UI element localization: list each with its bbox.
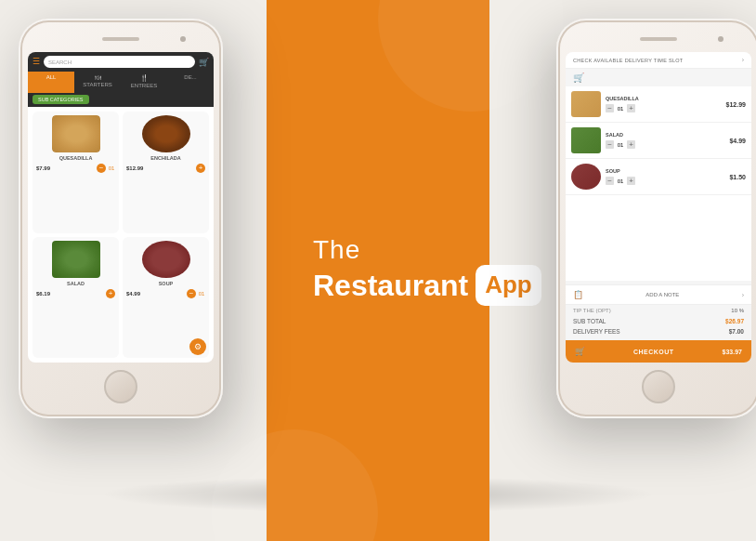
left-screen-header: ☰ SEARCH 🛒 <box>28 52 214 72</box>
quesadilla-qty: 01 <box>108 165 115 171</box>
cart-header: 🛒 <box>566 69 751 86</box>
enchilada-name: ENCHILADA <box>150 155 180 161</box>
title-restaurant: Restaurant <box>313 269 468 303</box>
soup-image <box>142 241 190 278</box>
subtotal-value: $26.97 <box>725 318 744 324</box>
order-soup-plus[interactable]: + <box>627 177 635 185</box>
delivery-banner: CHECK AVAILABLE DELIVERY TIME SLOT › <box>566 52 751 69</box>
category-all[interactable]: ALL <box>28 72 74 93</box>
hamburger-icon[interactable]: ☰ <box>33 58 40 66</box>
delivery-text: CHECK AVAILABLE DELIVERY TIME SLOT <box>573 58 684 63</box>
quesadilla-img-placeholder <box>52 115 100 152</box>
food-item-quesadilla: QUESADILLA $7.99 − 01 <box>33 112 119 233</box>
enchilada-image <box>142 115 190 152</box>
soup-price: $4.99 <box>126 291 140 297</box>
order-quesadilla-minus[interactable]: − <box>606 104 614 112</box>
quesadilla-qty-controls: − 01 <box>97 164 115 173</box>
salad-qty-controls: + <box>106 289 115 298</box>
tip-value: 10 % <box>731 308 744 313</box>
category-more-label: DE... <box>184 74 196 80</box>
order-soup-name: SOUP <box>606 168 724 174</box>
order-quesadilla-price: $12.99 <box>726 101 746 108</box>
enchilada-plus-btn[interactable]: + <box>196 164 205 173</box>
right-phone-speaker <box>640 37 677 41</box>
add-note-label[interactable]: ADD A NOTE <box>645 292 679 297</box>
quesadilla-name: QUESADILLA <box>59 155 93 161</box>
soup-minus-btn[interactable]: − <box>187 289 196 298</box>
order-items-list: QUESADILLA − 01 + $12.99 <box>566 86 751 281</box>
soup-qty-controls: − 01 <box>187 289 205 298</box>
search-bar[interactable]: SEARCH <box>44 56 195 68</box>
quesadilla-price-row: $7.99 − 01 <box>36 164 115 173</box>
order-quesadilla-qty: 01 <box>616 106 625 112</box>
cart-icon-right[interactable]: 🛒 <box>573 73 584 83</box>
note-icon: 📋 <box>573 290 583 299</box>
enchilada-price-row: $12.99 + <box>126 164 205 173</box>
right-screen-content: CHECK AVAILABLE DELIVERY TIME SLOT › 🛒 <box>566 52 751 363</box>
title-app: App <box>476 265 541 305</box>
main-scene: The Restaurant App ☰ SEARCH <box>0 0 756 541</box>
order-soup-image <box>571 164 601 190</box>
right-phone-camera <box>718 36 723 42</box>
order-quesadilla-name: QUESADILLA <box>606 96 722 101</box>
order-salad-minus[interactable]: − <box>606 140 614 149</box>
order-item-salad: SALAD − 01 + $4.99 <box>566 123 751 159</box>
delivery-chevron: › <box>742 57 744 63</box>
quesadilla-price: $7.99 <box>36 165 50 171</box>
category-entrees-label: ENTREES <box>131 83 157 88</box>
tip-row: TIP THE (OPT) 10 % <box>566 305 751 316</box>
title-the: The <box>313 235 471 265</box>
food-item-salad: SALAD $6.19 + <box>33 237 119 359</box>
checkout-button[interactable]: 🛒 CHECKOUT $33.97 <box>566 340 751 363</box>
salad-image <box>52 241 100 278</box>
order-salad-details: SALAD − 01 + <box>606 132 724 149</box>
right-home-button[interactable] <box>642 370 675 403</box>
quesadilla-minus-btn[interactable]: − <box>97 164 106 173</box>
right-phone-screen: CHECK AVAILABLE DELIVERY TIME SLOT › 🛒 <box>566 52 751 363</box>
left-phone: ☰ SEARCH 🛒 ALL 🍽 STARTERS <box>19 19 223 418</box>
soup-qty: 01 <box>198 291 205 297</box>
delivery-fees-row: DELIVERY FEES $7.00 <box>566 326 751 336</box>
order-soup-minus[interactable]: − <box>606 177 614 185</box>
checkout-icon: 🛒 <box>575 347 585 356</box>
checkout-label: CHECKOUT <box>633 349 674 355</box>
salad-plus-btn[interactable]: + <box>106 289 115 298</box>
sub-categories-button[interactable]: SUB CATEGORIES <box>33 95 89 104</box>
left-screen-content: ☰ SEARCH 🛒 ALL 🍽 STARTERS <box>28 52 214 363</box>
order-item-soup: SOUP − 01 + $1.50 <box>566 159 751 195</box>
filter-button[interactable]: ⚙ <box>189 338 206 355</box>
left-phone-screen: ☰ SEARCH 🛒 ALL 🍽 STARTERS <box>28 52 214 363</box>
quesadilla-image <box>52 115 100 152</box>
order-soup-qty: 01 <box>616 178 625 184</box>
soup-img-placeholder <box>142 241 190 278</box>
order-salad-plus[interactable]: + <box>627 140 635 149</box>
order-quesadilla-plus[interactable]: + <box>627 104 635 112</box>
left-home-button[interactable] <box>104 370 137 403</box>
cart-icon[interactable]: 🛒 <box>199 58 209 67</box>
order-soup-details: SOUP − 01 + <box>606 168 724 185</box>
delivery-fees-label: DELIVERY FEES <box>573 328 620 335</box>
delivery-fees-value: $7.00 <box>729 328 744 335</box>
order-item-quesadilla: QUESADILLA − 01 + $12.99 <box>566 86 751 123</box>
center-panel: The Restaurant App <box>267 0 489 541</box>
order-quesadilla-details: QUESADILLA − 01 + <box>606 96 722 112</box>
right-phone-notch <box>566 30 751 48</box>
subtotal-label: SUB TOTAL <box>573 318 606 324</box>
category-more[interactable]: DE... <box>167 72 214 93</box>
left-phone-camera <box>180 36 186 42</box>
order-salad-image <box>571 127 601 153</box>
starters-icon: 🍽 <box>76 74 119 81</box>
category-starters[interactable]: 🍽 STARTERS <box>74 72 121 93</box>
enchilada-qty-controls: + <box>196 164 205 173</box>
order-quesadilla-image <box>571 91 601 117</box>
category-entrees[interactable]: 🍴 ENTREES <box>121 72 167 93</box>
left-phone-frame: ☰ SEARCH 🛒 ALL 🍽 STARTERS <box>19 19 223 418</box>
food-grid: QUESADILLA $7.99 − 01 <box>28 107 214 363</box>
soup-price-row: $4.99 − 01 <box>126 289 205 298</box>
order-salad-img-placeholder <box>571 127 601 153</box>
order-quesadilla-qty-row: − 01 + <box>606 104 722 112</box>
order-salad-qty-row: − 01 + <box>606 140 724 149</box>
category-starters-label: STARTERS <box>83 82 111 87</box>
food-item-enchilada: ENCHILADA $12.99 + <box>123 112 209 233</box>
right-phone: CHECK AVAILABLE DELIVERY TIME SLOT › 🛒 <box>556 19 756 418</box>
